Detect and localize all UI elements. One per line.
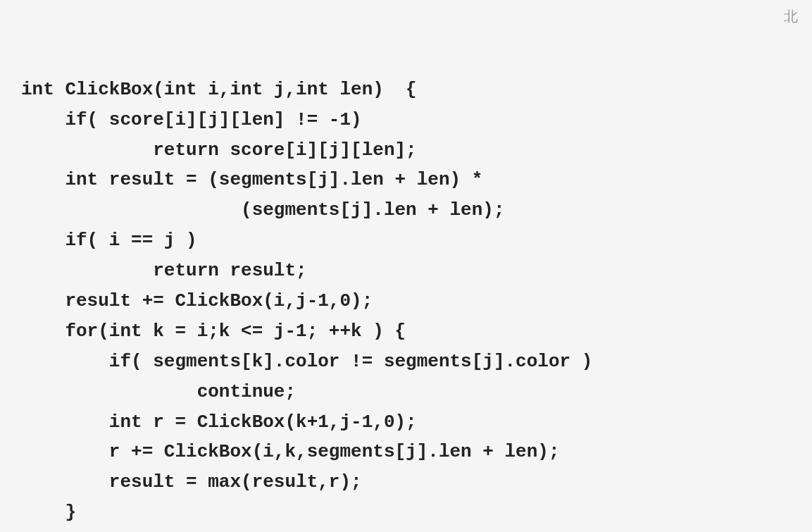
code-line: int ClickBox(int i,int j,int len) { <box>21 75 791 105</box>
code-line: r += ClickBox(i,k,segments[j].len + len)… <box>21 437 791 467</box>
code-line: if( score[i][j][len] != -1) <box>21 105 791 135</box>
code-line: result += ClickBox(i,j-1,0); <box>21 286 791 316</box>
code-line: if( i == j ) <box>21 225 791 256</box>
code-line: int result = (segments[j].len + len) * <box>21 165 791 195</box>
corner-char: 北 <box>784 7 798 26</box>
code-line: result = max(result,r); <box>21 467 791 497</box>
code-line: if( segments[k].color != segments[j].col… <box>21 347 791 377</box>
code-line: (segments[j].len + len); <box>21 195 791 225</box>
code-line: return score[i][j][len]; <box>21 135 791 166</box>
code-container: 北 int ClickBox(int i,int j,int len) { if… <box>0 0 812 532</box>
code-line: return result; <box>21 256 791 286</box>
code-line: } <box>21 497 791 528</box>
code-line: } <box>21 528 791 532</box>
code-block: int ClickBox(int i,int j,int len) { if( … <box>21 14 791 532</box>
code-line: for(int k = i;k <= j-1; ++k ) { <box>21 316 791 347</box>
code-line: continue; <box>21 377 791 407</box>
code-line: int r = ClickBox(k+1,j-1,0); <box>21 407 791 438</box>
